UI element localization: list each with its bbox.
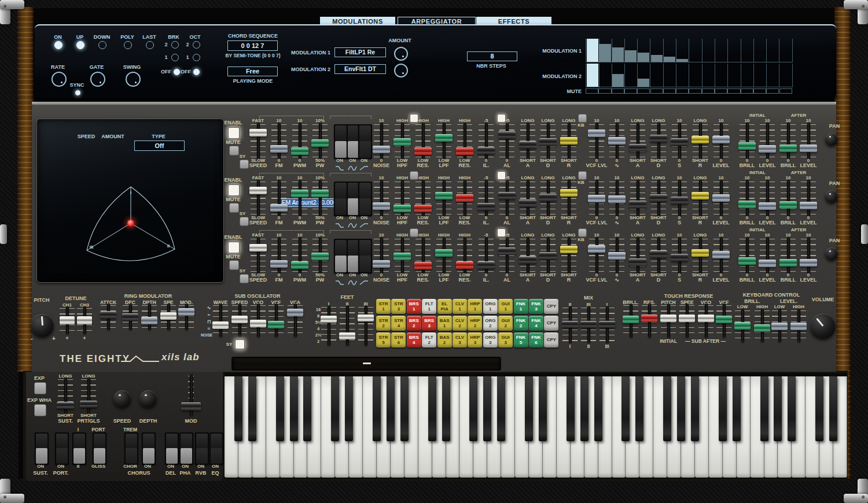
perf-speed-knob[interactable] (113, 390, 131, 408)
seq-step[interactable] (779, 39, 793, 62)
exp-button[interactable] (34, 382, 46, 394)
perf-switch-port.[interactable] (55, 432, 69, 465)
ch1-fm-slider[interactable] (271, 124, 286, 157)
preset-button-brs-4[interactable]: BRS4 (407, 332, 421, 347)
arp-down-led[interactable] (98, 41, 106, 49)
black-key[interactable] (815, 376, 823, 441)
ch1-pwm-slider[interactable] (292, 124, 307, 157)
nbr-steps-display[interactable]: 8 (467, 51, 517, 61)
preset-button-cpy[interactable]: CPY (544, 316, 558, 331)
ch3-a1-slider[interactable] (520, 239, 535, 272)
preset-button-hrp-1[interactable]: HRP1 (468, 299, 482, 314)
ch1-link-button-2[interactable] (497, 114, 506, 123)
ch1-brill_a-slider[interactable] (781, 124, 796, 157)
preset-button-clv-3[interactable]: CLV3 (453, 332, 467, 347)
arp-poly-led[interactable] (124, 41, 132, 49)
preset-button-brs-3[interactable]: BRS3 (422, 316, 436, 331)
ch1-res2-slider[interactable] (457, 124, 472, 157)
black-key[interactable] (234, 376, 242, 441)
preset-button-str-2[interactable]: STR2 (376, 316, 391, 331)
ch2-s2-slider[interactable] (672, 182, 687, 214)
black-key[interactable] (663, 376, 671, 441)
preset-button-gui-1[interactable]: GUI1 (498, 299, 513, 314)
perf-switch-i[interactable] (72, 432, 86, 465)
black-key[interactable] (331, 376, 339, 441)
black-key[interactable] (677, 376, 685, 441)
ch2-res2-slider[interactable] (457, 182, 472, 214)
seq-step[interactable] (727, 64, 741, 87)
seq-step[interactable] (766, 39, 779, 62)
sub-oscillator-vcf-slider[interactable] (269, 305, 284, 335)
perf-switch-trem[interactable] (124, 432, 138, 465)
seq-mute-cell[interactable] (753, 88, 766, 94)
seq-mute-cell[interactable] (779, 88, 792, 94)
seq-step[interactable] (612, 64, 625, 87)
ch2-kb-button[interactable] (578, 171, 587, 180)
ch2-level-slider[interactable] (713, 182, 729, 214)
ch2-fm-slider[interactable] (271, 182, 286, 214)
seq-mute-cell[interactable] (741, 88, 753, 94)
black-key[interactable] (691, 376, 699, 441)
seq-mute-cell[interactable] (612, 88, 624, 94)
sync-led[interactable] (75, 90, 80, 95)
seq-step[interactable] (689, 39, 702, 62)
touch-response-vcf-slider[interactable] (716, 305, 731, 336)
ch2-r2-slider[interactable] (693, 182, 708, 214)
ch3-pw-slider[interactable] (312, 239, 328, 272)
ring-modulator-dpth-slider[interactable] (142, 305, 157, 328)
preset-button-str-6[interactable]: STR6 (391, 332, 406, 347)
seq-step[interactable] (741, 39, 754, 62)
ch3-vcflvl-slider[interactable] (589, 239, 604, 272)
modulation2-select[interactable]: EnvFlt1 DT (334, 64, 386, 74)
preset-button-flt-2[interactable]: FLT2 (422, 332, 436, 347)
arp-up-led[interactable] (76, 41, 84, 49)
seq-mute-cell[interactable] (676, 88, 689, 94)
chord-sequence-display[interactable]: 0 0 12 7 (227, 40, 278, 51)
seq-step[interactable] (702, 39, 715, 62)
ch3-fm-slider[interactable] (271, 239, 286, 272)
touch-response-res-slider[interactable] (642, 305, 657, 336)
preset-button-flt-1[interactable]: FLT1 (422, 299, 436, 314)
ch3-level-slider[interactable] (713, 239, 729, 272)
volume-knob[interactable] (810, 313, 836, 339)
ch1-waveform-switch-3[interactable] (358, 124, 372, 159)
modulation2-amount-knob[interactable] (394, 64, 408, 77)
black-key[interactable] (400, 376, 409, 441)
ch3-d1-slider[interactable] (540, 239, 556, 272)
sub-oscillator-vca-slider[interactable] (288, 305, 303, 335)
black-key[interactable] (483, 376, 491, 441)
perf-switch-del[interactable] (165, 432, 179, 465)
ch3-kb-button[interactable] (578, 228, 587, 237)
sub-oscillator-vco-slider[interactable] (251, 305, 266, 335)
black-key[interactable] (774, 376, 782, 441)
preset-button-brs-2[interactable]: BRS2 (407, 316, 421, 331)
ch2-a1-slider[interactable] (520, 182, 535, 214)
seq-step[interactable] (779, 64, 793, 87)
modulation1-amount-knob[interactable] (394, 47, 408, 61)
black-key[interactable] (442, 376, 450, 441)
kbctrl-level-high-slider[interactable] (791, 310, 806, 341)
seq-step[interactable] (676, 39, 689, 62)
seq-step[interactable] (624, 39, 638, 62)
ch1-lpf-slider[interactable] (436, 124, 451, 157)
playing-mode-display[interactable]: Free (227, 66, 278, 76)
ch1-speed-slider[interactable] (251, 124, 266, 157)
black-key[interactable] (635, 376, 643, 441)
ch3-brill_a-slider[interactable] (781, 239, 796, 272)
black-key[interactable] (829, 376, 837, 441)
black-key[interactable] (621, 376, 630, 441)
ch3-hpf-slider[interactable] (395, 239, 410, 272)
preset-button-clv-2[interactable]: CLV2 (453, 316, 467, 331)
seq-mute-cell[interactable] (624, 88, 637, 94)
ch3-link-button-2[interactable] (497, 228, 506, 237)
ch1-al-slider[interactable] (499, 124, 514, 157)
black-key[interactable] (387, 376, 395, 441)
ch1-brill_i-slider[interactable] (740, 124, 755, 157)
ch3-r2-slider[interactable] (693, 239, 708, 272)
perf-switch-port[interactable] (93, 432, 106, 465)
ch1-a2-slider[interactable] (630, 124, 645, 157)
ch3-lpf-slider[interactable] (436, 239, 451, 272)
black-key[interactable] (594, 376, 602, 441)
ch1-level_i-slider[interactable] (760, 124, 775, 157)
perf-prt-gls-slider[interactable] (81, 379, 96, 412)
